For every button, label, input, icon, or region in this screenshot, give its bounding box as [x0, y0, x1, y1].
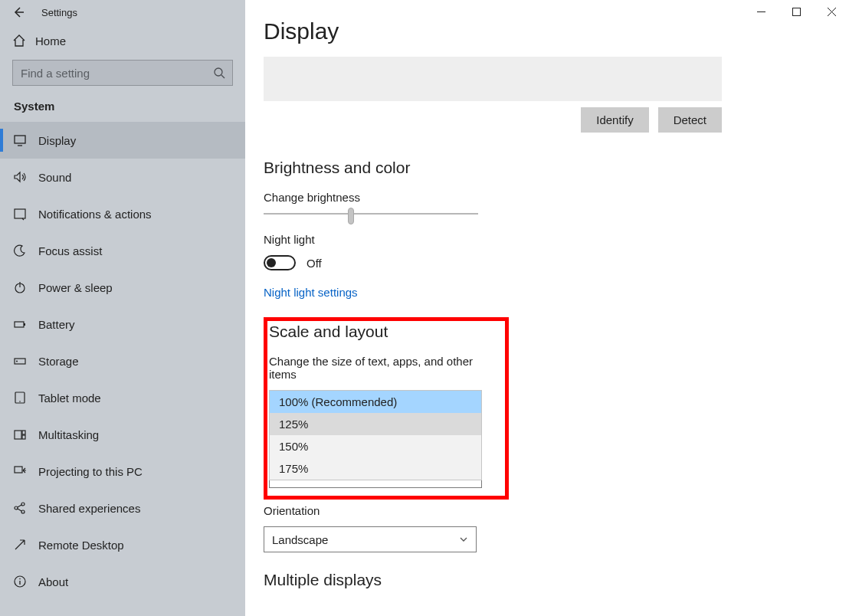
svg-rect-4	[15, 322, 24, 327]
svg-rect-10	[15, 431, 21, 439]
scale-heading: Scale and layout	[269, 323, 502, 341]
scale-option-175[interactable]: 175%	[270, 457, 481, 480]
search-input[interactable]	[12, 60, 233, 86]
svg-rect-11	[22, 431, 25, 434]
display-button-row: Identify Detect	[264, 107, 722, 133]
svg-rect-19	[792, 8, 800, 15]
maximize-icon	[792, 8, 801, 16]
notification-icon	[12, 206, 28, 221]
sidebar-item-label: Projecting to this PC	[38, 465, 143, 478]
main: Display Identify Detect Brightness and c…	[245, 0, 849, 616]
sidebar-item-battery[interactable]: Battery	[0, 306, 245, 342]
scale-dropdown-underlay	[269, 480, 482, 488]
sidebar-item-shared[interactable]: Shared experiences	[0, 490, 245, 526]
svg-rect-2	[15, 209, 25, 218]
sidebar-item-label: Focus assist	[38, 244, 102, 257]
monitor-preview	[264, 57, 722, 101]
sidebar-item-label: Notifications & actions	[38, 208, 152, 221]
sidebar-item-tablet[interactable]: Tablet mode	[0, 379, 245, 416]
orientation-label: Orientation	[264, 504, 849, 517]
search-wrap	[12, 60, 233, 86]
speaker-icon	[12, 169, 28, 185]
chevron-down-icon	[459, 535, 468, 544]
sidebar-item-multitasking[interactable]: Multitasking	[0, 416, 245, 453]
sidebar-item-notifications[interactable]: Notifications & actions	[0, 195, 245, 232]
sidebar-item-focus-assist[interactable]: Focus assist	[0, 232, 245, 269]
svg-point-16	[21, 510, 25, 513]
info-icon	[12, 574, 28, 589]
close-button[interactable]	[814, 0, 849, 23]
content: Display Identify Detect Brightness and c…	[245, 0, 849, 589]
window-controls	[743, 0, 849, 23]
brightness-slider-thumb[interactable]	[348, 208, 354, 224]
remote-icon	[12, 537, 28, 552]
scale-label: Change the size of text, apps, and other…	[269, 355, 502, 381]
share-icon	[12, 500, 28, 516]
app-title: Settings	[41, 7, 77, 18]
svg-point-15	[21, 503, 25, 506]
sidebar-item-remote[interactable]: Remote Desktop	[0, 526, 245, 563]
minimize-button[interactable]	[743, 0, 779, 23]
svg-rect-12	[22, 435, 25, 439]
night-light-label: Night light	[264, 233, 849, 246]
sidebar-item-display[interactable]: Display	[0, 122, 245, 159]
sidebar-item-label: Sound	[38, 171, 71, 184]
night-light-settings-link[interactable]: Night light settings	[264, 286, 358, 299]
sidebar-item-label: Tablet mode	[38, 392, 101, 405]
close-icon	[828, 8, 836, 16]
sidebar-home-label: Home	[35, 34, 66, 48]
back-arrow-icon	[12, 6, 25, 18]
svg-point-18	[19, 578, 21, 580]
back-button[interactable]	[11, 5, 26, 20]
sidebar-item-label: Display	[38, 134, 76, 147]
toggle-knob	[267, 258, 276, 267]
sidebar: Settings Home System Display Sound Notif…	[0, 0, 245, 616]
orientation-select[interactable]: Landscape	[264, 526, 477, 552]
brightness-label: Change brightness	[264, 191, 849, 204]
identify-button[interactable]: Identify	[581, 107, 648, 133]
sidebar-item-label: About	[38, 575, 68, 588]
scale-option-150[interactable]: 150%	[270, 435, 481, 457]
battery-icon	[12, 316, 28, 332]
svg-point-9	[19, 401, 21, 402]
svg-point-7	[16, 361, 18, 362]
sidebar-item-label: Remote Desktop	[38, 539, 124, 552]
scale-highlight-box: Scale and layout Change the size of text…	[264, 317, 509, 500]
night-light-state: Off	[306, 257, 322, 270]
sidebar-home[interactable]: Home	[0, 25, 245, 55]
multiple-displays-heading: Multiple displays	[264, 571, 849, 589]
storage-icon	[12, 353, 28, 369]
svg-rect-5	[24, 323, 25, 326]
svg-rect-1	[15, 136, 25, 143]
night-light-toggle[interactable]	[264, 255, 296, 270]
sidebar-item-label: Battery	[38, 318, 75, 331]
scale-option-100[interactable]: 100% (Recommended)	[270, 391, 481, 413]
home-icon	[12, 34, 26, 48]
multitask-icon	[12, 427, 28, 442]
night-light-row: Off	[264, 255, 849, 270]
sidebar-item-label: Multitasking	[38, 428, 99, 441]
monitor-icon	[12, 133, 28, 148]
sidebar-nav: Display Sound Notifications & actions Fo…	[0, 122, 245, 600]
moon-icon	[12, 243, 28, 258]
sidebar-item-power[interactable]: Power & sleep	[0, 269, 245, 306]
sidebar-item-label: Power & sleep	[38, 281, 113, 294]
sidebar-item-about[interactable]: About	[0, 563, 245, 600]
sidebar-item-projecting[interactable]: Projecting to this PC	[0, 453, 245, 490]
project-icon	[12, 464, 28, 479]
maximize-button[interactable]	[779, 0, 814, 23]
sidebar-item-label: Shared experiences	[38, 502, 140, 515]
detect-button[interactable]: Detect	[658, 107, 722, 133]
brightness-slider[interactable]	[264, 213, 478, 215]
tablet-icon	[12, 390, 28, 405]
sidebar-item-label: Storage	[38, 355, 79, 368]
sidebar-item-sound[interactable]: Sound	[0, 159, 245, 195]
titlebar: Settings	[0, 0, 245, 25]
svg-point-14	[15, 506, 18, 510]
scale-option-125[interactable]: 125%	[270, 413, 481, 435]
power-icon	[12, 280, 28, 295]
orientation-value: Landscape	[272, 533, 328, 546]
sidebar-item-storage[interactable]: Storage	[0, 342, 245, 379]
brightness-heading: Brightness and color	[264, 159, 849, 177]
scale-dropdown-open[interactable]: 100% (Recommended) 125% 150% 175%	[269, 390, 482, 480]
